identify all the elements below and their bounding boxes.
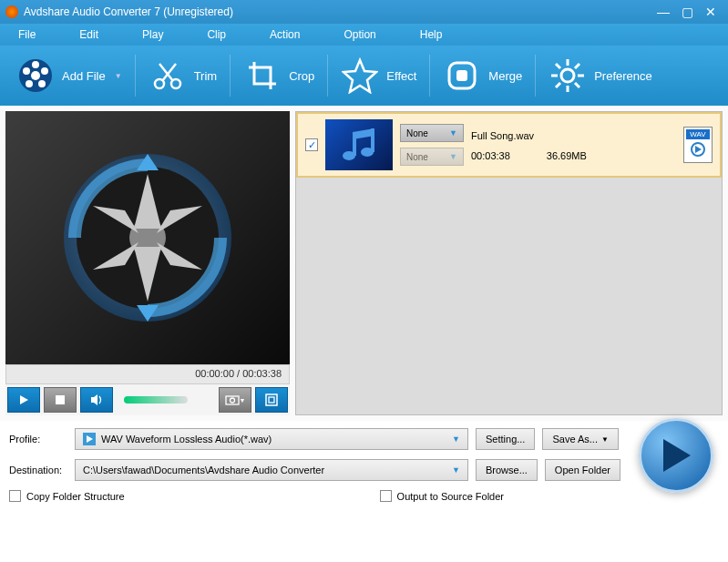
svg-rect-32 (266, 394, 277, 405)
maximize-button[interactable]: ▢ (675, 4, 699, 20)
preview-panel: 00:00:00 / 00:03:38 ▼ (5, 111, 290, 415)
window-title: Avdshare Audio Converter 7 (Unregistered… (24, 5, 651, 18)
app-logo-icon (5, 5, 18, 18)
preference-label: Preference (594, 69, 652, 83)
menu-clip[interactable]: Clip (207, 28, 226, 41)
gear-icon (549, 56, 587, 95)
profile-select[interactable]: WAV Waveform Lossless Audio(*.wav) ▼ (75, 428, 468, 450)
svg-line-21 (556, 83, 560, 87)
effect-button[interactable]: Effect (341, 56, 416, 95)
svg-point-2 (32, 61, 39, 68)
destination-select[interactable]: C:\Users\fawad\Documents\Avdshare Audio … (75, 459, 468, 481)
chevron-down-icon: ▼ (452, 434, 460, 444)
copy-structure-checkbox[interactable] (9, 490, 21, 502)
merge-button[interactable]: Merge (443, 56, 522, 95)
browse-button[interactable]: Browse... (476, 459, 538, 481)
file-name: Full Song.wav (471, 130, 676, 141)
add-file-label: Add File (62, 69, 106, 83)
setting-button[interactable]: Setting... (476, 428, 535, 450)
file-list: ✓ None▼ None▼ Full Song.wav 00:03:38 36.… (295, 111, 723, 415)
svg-point-3 (41, 67, 48, 75)
film-reel-icon (56, 147, 239, 329)
menu-edit[interactable]: Edit (79, 28, 98, 41)
trim-button[interactable]: Trim (149, 56, 218, 95)
svg-point-6 (23, 67, 30, 75)
svg-line-9 (162, 64, 176, 81)
stop-button[interactable] (44, 387, 77, 413)
volume-button[interactable] (80, 387, 113, 413)
menubar: File Edit Play Clip Action Option Help (0, 24, 728, 46)
menu-play[interactable]: Play (142, 28, 163, 41)
menu-action[interactable]: Action (270, 28, 300, 41)
audio-track-select[interactable]: None▼ (400, 124, 464, 142)
svg-point-31 (230, 398, 234, 403)
output-source-label: Output to Source Folder (397, 491, 504, 502)
copy-structure-label: Copy Folder Structure (26, 491, 125, 502)
svg-line-18 (556, 64, 560, 68)
svg-rect-12 (456, 70, 467, 81)
menu-file[interactable]: File (18, 28, 36, 41)
reel-icon (16, 56, 55, 95)
file-thumbnail (325, 119, 393, 170)
chevron-down-icon: ▼ (115, 72, 122, 80)
svg-line-10 (159, 64, 173, 81)
file-size: 36.69MB (547, 150, 587, 161)
svg-point-5 (26, 80, 33, 87)
file-selects: None▼ None▼ (400, 124, 464, 166)
minimize-button[interactable]: — (651, 4, 675, 20)
output-source-checkbox[interactable] (380, 490, 392, 502)
preview-screen (5, 111, 290, 364)
toolbar: Add File ▼ Trim Crop Effect Merge Prefer… (0, 46, 728, 106)
crop-label: Crop (289, 69, 314, 83)
svg-point-4 (38, 80, 46, 87)
fullscreen-button[interactable] (255, 387, 288, 413)
open-folder-button[interactable]: Open Folder (545, 459, 620, 481)
effect-label: Effect (386, 69, 416, 83)
file-duration: 00:03:38 (471, 150, 510, 161)
preference-button[interactable]: Preference (549, 56, 652, 95)
svg-point-1 (31, 71, 40, 80)
svg-marker-39 (695, 146, 702, 153)
svg-line-20 (575, 64, 579, 68)
merge-icon (443, 56, 481, 95)
subtitle-select[interactable]: None▼ (400, 148, 464, 166)
file-info: Full Song.wav 00:03:38 36.69MB (471, 128, 676, 161)
convert-button[interactable] (639, 418, 713, 493)
svg-marker-27 (20, 395, 28, 404)
chevron-down-icon: ▼ (452, 465, 460, 475)
close-button[interactable]: ✕ (699, 4, 723, 20)
merge-label: Merge (488, 69, 522, 83)
svg-line-19 (575, 83, 579, 87)
crop-button[interactable]: Crop (243, 56, 314, 95)
profile-label: Profile: (9, 434, 67, 444)
crop-icon (243, 56, 282, 95)
add-file-button[interactable]: Add File ▼ (16, 56, 122, 95)
svg-marker-42 (663, 439, 691, 472)
svg-rect-28 (56, 395, 65, 404)
snapshot-button[interactable]: ▼ (219, 387, 251, 413)
menu-help[interactable]: Help (420, 28, 443, 41)
format-icon: WAV (683, 127, 713, 163)
playback-controls: ▼ (5, 384, 290, 415)
star-icon (341, 56, 379, 95)
titlebar: Avdshare Audio Converter 7 (Unregistered… (0, 0, 728, 24)
main-area: 00:00:00 / 00:03:38 ▼ ✓ None▼ None▼ Full… (0, 106, 728, 421)
play-button[interactable] (7, 387, 40, 413)
destination-label: Destination: (9, 465, 67, 475)
file-item[interactable]: ✓ None▼ None▼ Full Song.wav 00:03:38 36.… (296, 112, 722, 178)
bottom-panel: Profile: WAV Waveform Lossless Audio(*.w… (0, 421, 728, 509)
volume-slider[interactable] (124, 396, 188, 404)
format-label: WAV (686, 129, 709, 139)
menu-option[interactable]: Option (343, 28, 375, 41)
svg-rect-33 (269, 397, 274, 403)
trim-label: Trim (194, 69, 218, 83)
svg-marker-29 (91, 394, 97, 405)
save-as-button[interactable]: Save As...▼ (542, 428, 618, 450)
scissors-icon (149, 56, 187, 95)
time-display: 00:00:00 / 00:03:38 (5, 364, 290, 384)
file-checkbox[interactable]: ✓ (305, 138, 318, 151)
svg-point-13 (561, 69, 574, 82)
